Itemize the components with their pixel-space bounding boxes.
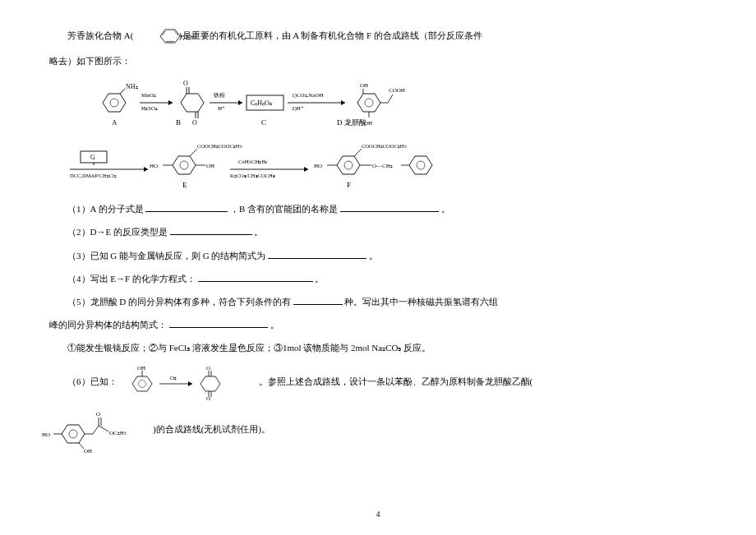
svg-marker-76 (201, 376, 220, 391)
label-a: A (112, 118, 118, 127)
svg-point-84 (69, 430, 77, 438)
svg-text:O₂: O₂ (170, 375, 177, 381)
svg-text:O: O (192, 119, 197, 127)
q5-text-3: 峰的同分异构体的结构简式： (49, 320, 167, 330)
page-number: 4 (0, 510, 756, 519)
svg-marker-14 (181, 94, 204, 112)
svg-marker-46 (173, 156, 196, 174)
svg-text:OH: OH (206, 163, 214, 169)
q6-text-3: )的合成路线(无机试剂任用)。 (153, 423, 270, 436)
svg-text:MnO₂: MnO₂ (141, 92, 156, 99)
intro-text-3: 略去）如下图所示： (49, 56, 131, 66)
svg-marker-67 (409, 156, 432, 174)
svg-text:1)CO₂,NaOH: 1)CO₂,NaOH (292, 92, 324, 99)
svg-line-8 (120, 89, 125, 94)
svg-point-70 (138, 380, 145, 387)
question-5-line1: （5）龙胆酸 D 的同分异构体有多种，符合下列条件的有 种。写出其中一种核磁共振… (49, 292, 715, 311)
q1-text-1: （1）A 的分子式是 (67, 204, 144, 214)
svg-text:C₆H₅CH₂Br: C₆H₅CH₂Br (238, 159, 268, 165)
svg-marker-31 (357, 94, 380, 112)
q5-text-4: 。 (270, 320, 279, 330)
intro-paragraph-2: 略去）如下图所示： (49, 51, 715, 71)
q3-text-1: （3）已知 G 能与金属钠反应，则 G 的结构简式为 (67, 251, 265, 261)
svg-text:OC₂H₅: OC₂H₅ (109, 430, 127, 436)
blank-5a (293, 295, 343, 305)
svg-text:OH: OH (84, 448, 92, 454)
svg-text:OH: OH (360, 82, 368, 89)
svg-marker-44 (144, 167, 148, 172)
intro-text-1: 芳香族化合物 A( (67, 30, 133, 40)
svg-line-60 (354, 149, 362, 156)
label-c: C (261, 118, 266, 127)
svg-text:O: O (206, 395, 210, 400)
svg-text:铁粉: 铁粉 (213, 92, 225, 99)
q6-ester-structure: HO OH O OC₂H₅ (41, 405, 148, 454)
blank-3 (268, 249, 366, 259)
blank-1a (145, 202, 228, 212)
svg-point-32 (365, 99, 373, 107)
q5-text-1: （5）龙胆酸 D 的同分异构体有多种，符合下列条件的有 (67, 297, 291, 307)
question-6-line1: （6）已知： OH O₂ O O 。参照上述合成路线，设计一条以苯酚、乙醇为原料… (67, 363, 715, 400)
svg-marker-28 (341, 100, 345, 105)
svg-text:COOH: COOH (389, 87, 405, 94)
svg-text:O: O (96, 411, 100, 417)
q1-text-3: 。 (441, 204, 450, 214)
svg-marker-6 (103, 94, 126, 112)
question-4: （4）写出 E→F 的化学方程式： 。 (49, 269, 715, 288)
compound-a-structure: NH₂ (136, 25, 177, 48)
question-3: （3）已知 G 能与金属钠反应，则 G 的结构简式为 。 (49, 246, 715, 265)
intro-text-2: )是重要的有机化工原料，由 A 制备有机化合物 F 的合成路线（部分反应条件 (179, 30, 482, 40)
svg-text:O: O (206, 365, 210, 371)
svg-text:H⁺: H⁺ (218, 105, 225, 112)
svg-text:NH₂: NH₂ (126, 83, 138, 90)
label-b: B (176, 118, 181, 127)
svg-point-59 (344, 161, 353, 169)
blank-4 (198, 272, 313, 282)
blank-2 (170, 225, 252, 235)
svg-text:K₂CO₃/CH₃COCH₃: K₂CO₃/CH₃COCH₃ (230, 173, 275, 178)
question-6-line2: HO OH O OC₂H₅ )的合成路线(无机试剂任用)。 (49, 405, 715, 454)
svg-text:DCC,DMAP/CH₂Cl₂: DCC,DMAP/CH₂Cl₂ (70, 173, 117, 178)
question-5-conditions: ①能发生银镜反应；②与 FeCl₃ 溶液发生显色反应；③1mol 该物质能与 2… (49, 338, 715, 357)
q2-text-1: （2）D→E 的反应类型是 (67, 227, 168, 237)
q5-conditions-text: ①能发生银镜反应；②与 FeCl₃ 溶液发生显色反应；③1mol 该物质能与 2… (67, 343, 431, 353)
q6-text-2: 。参照上述合成路线，设计一条以苯酚、乙醇为原料制备龙胆酸乙酯( (259, 376, 533, 388)
svg-marker-55 (304, 167, 308, 172)
q2-text-2: 。 (254, 227, 263, 237)
svg-line-48 (190, 149, 197, 156)
q3-text-2: 。 (369, 251, 378, 261)
question-5-line2: 峰的同分异构体的结构简式： 。 (49, 315, 715, 334)
q6-text-1: （6）已知： (67, 376, 118, 388)
svg-line-90 (93, 426, 99, 434)
svg-text:G: G (90, 154, 95, 161)
svg-text:NH₂: NH₂ (186, 34, 195, 40)
svg-marker-74 (188, 381, 192, 386)
svg-marker-22 (238, 100, 242, 105)
blank-1b (340, 202, 439, 212)
svg-line-37 (388, 95, 393, 103)
svg-text:OH: OH (137, 365, 145, 371)
q6-scheme: OH O₂ O O (122, 363, 254, 400)
svg-point-47 (180, 161, 188, 169)
q4-text-2: 。 (315, 274, 324, 284)
reaction-scheme-row1: NH₂ A MnO₂ H₂SO₄ O O B 铁粉 H⁺ C₆H₆O₂ C 1)… (90, 74, 715, 133)
svg-marker-83 (62, 425, 85, 443)
svg-line-94 (99, 426, 108, 431)
svg-text:HO: HO (314, 163, 322, 169)
reaction-scheme-row2: G DCC,DMAP/CH₂Cl₂ COOCH₂COOC₂H₅ HO OH E … (66, 136, 715, 196)
svg-marker-69 (132, 376, 152, 391)
svg-text:O: O (183, 80, 188, 87)
svg-text:COOCH₂COOC₂H₅: COOCH₂COOC₂H₅ (197, 143, 242, 149)
label-e: E (182, 181, 187, 189)
svg-point-7 (110, 99, 118, 107)
label-f: F (347, 181, 351, 189)
question-1: （1）A 的分子式是 ，B 含有的官能团的名称是 。 (49, 199, 715, 219)
q5-text-2: 种。写出其中一种核磁共振氢谱有六组 (344, 297, 498, 307)
label-d: D 龙胆酸 (337, 118, 366, 127)
svg-text:H₂SO₄: H₂SO₄ (141, 105, 158, 112)
q4-text-1: （4）写出 E→F 的化学方程式： (67, 274, 196, 284)
svg-marker-58 (337, 156, 360, 174)
svg-text:HO: HO (150, 163, 158, 169)
svg-text:HO: HO (42, 431, 50, 438)
question-2: （2）D→E 的反应类型是 。 (49, 222, 715, 242)
